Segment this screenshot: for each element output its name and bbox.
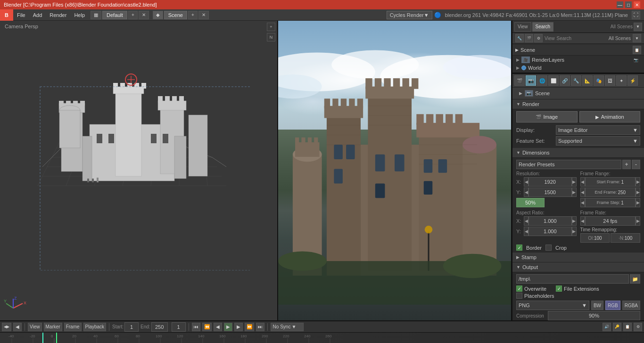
display-dropdown[interactable]: Image Editor ▼ (556, 125, 640, 135)
res-x-field[interactable]: ◀ 1920 ▶ (524, 177, 577, 187)
ol-field[interactable]: Ol: 100 (580, 233, 610, 243)
dimensions-section-header[interactable]: ▼ Dimensions (512, 148, 644, 158)
frame-step-field[interactable]: ◀ Frame Step: 1 ▶ (580, 198, 641, 207)
presets-remove[interactable]: - (632, 160, 640, 169)
step-left[interactable]: ◀ (580, 198, 585, 207)
placeholders-checkbox[interactable] (516, 293, 522, 299)
panel-icon-2[interactable]: 🎬 (525, 34, 533, 42)
aspect-x-right[interactable]: ▶ (572, 216, 577, 226)
prop-object-icon[interactable]: ⬜ (548, 75, 559, 86)
menu-file[interactable]: File (13, 9, 29, 20)
fps-value[interactable]: 24 fps (585, 216, 636, 226)
render-animation-button[interactable]: ▶ Animation (579, 111, 641, 122)
maximize-button[interactable]: □ (625, 1, 632, 8)
file-ext-checkbox[interactable]: ✓ (556, 286, 562, 292)
render-section-header[interactable]: ▼ Render (512, 99, 644, 109)
current-frame[interactable]: 1 (172, 322, 186, 332)
res-x-right[interactable]: ▶ (572, 177, 577, 187)
res-y-field[interactable]: ◀ 1500 ▶ (524, 188, 577, 197)
panel-tab-search[interactable]: Search (532, 22, 554, 32)
play-jump-end[interactable]: ⏭ (256, 323, 264, 331)
panel-icon-3[interactable]: ⚙ (534, 34, 543, 42)
scene-close[interactable]: ✕ (198, 11, 209, 19)
minimize-button[interactable]: — (617, 1, 623, 8)
tl-icon-2[interactable]: 🔑 (613, 323, 621, 331)
end-frame-field[interactable]: ◀ End Frame: 250 ▶ (580, 188, 641, 197)
feature-dropdown[interactable]: Supported ▼ (556, 136, 640, 146)
res-y-right[interactable]: ▶ (572, 188, 577, 197)
rgb-btn[interactable]: RGB (605, 301, 620, 310)
framerate-field[interactable]: ◀ 24 fps ▶ (580, 216, 641, 226)
tl-icon-4[interactable]: ⚙ (634, 323, 642, 331)
border-checkbox[interactable]: ✓ (516, 245, 522, 251)
workspace-close[interactable]: ✕ (139, 11, 149, 19)
start-frame-field[interactable]: ◀ Start Frame: 1 ▶ (580, 177, 641, 187)
prop-world-icon[interactable]: 🌐 (537, 75, 547, 86)
scene-add[interactable]: + (188, 11, 198, 19)
play-prev-frame[interactable]: ⏪ (202, 323, 212, 331)
bw-btn[interactable]: BW (591, 301, 603, 310)
play-button[interactable]: ▶ (224, 323, 232, 331)
tl-marker[interactable]: Marker (44, 323, 62, 331)
viewport-3d[interactable]: Camera Persp (0, 21, 278, 332)
res-y-left[interactable]: ◀ (524, 188, 528, 197)
panel-tab-view[interactable]: View (514, 22, 531, 32)
presets-add[interactable]: + (622, 160, 631, 169)
menu-help[interactable]: Help (70, 9, 89, 20)
play-next-frame[interactable]: ⏩ (245, 323, 254, 331)
menu-render[interactable]: Render (46, 9, 70, 20)
panel-icon-1[interactable]: 🔧 (515, 34, 524, 42)
output-browse-button[interactable]: 📁 (630, 274, 640, 284)
prop-modifier-icon[interactable]: 🔧 (571, 75, 581, 86)
prop-material-icon[interactable]: 🎭 (594, 75, 604, 86)
sync-dropdown[interactable]: No Sync▼ (271, 323, 304, 331)
end-left[interactable]: ◀ (580, 188, 585, 197)
res-x-left[interactable]: ◀ (524, 177, 528, 187)
timeline-playhead[interactable] (42, 333, 43, 343)
overwrite-checkbox[interactable]: ✓ (516, 286, 522, 292)
aspect-x-value[interactable]: 1.000 (528, 216, 572, 226)
prop-particle-icon[interactable]: ✦ (616, 75, 627, 86)
scene-tree-btn[interactable]: 📋 (633, 46, 641, 54)
scene-label[interactable]: Scene (164, 11, 187, 19)
res-x-value[interactable]: 1920 (528, 177, 572, 187)
start-value[interactable]: 1 (124, 322, 139, 332)
step-right[interactable]: ▶ (636, 198, 640, 207)
scenes-dropdown-btn[interactable]: ▼ (633, 34, 641, 42)
tree-item-renderlayers[interactable]: ▶ 🎥 RenderLayers 📷 (512, 56, 644, 64)
panel-scenes-dropdown[interactable]: ▼ (634, 23, 642, 31)
presets-dropdown[interactable]: Render Presets (516, 160, 621, 169)
prop-physics-icon[interactable]: ⚡ (627, 75, 638, 86)
prop-scene-icon[interactable]: 📷 (526, 75, 536, 86)
fullscreen-button[interactable]: ⛶ (632, 11, 640, 19)
aspect-y-left[interactable]: ◀ (524, 227, 528, 236)
tl-icon-3[interactable]: 📋 (623, 323, 632, 331)
crop-checkbox[interactable] (545, 245, 552, 251)
aspect-y-value[interactable]: 1.000 (528, 227, 572, 236)
fps-right[interactable]: ▶ (636, 216, 640, 226)
start-right[interactable]: ▶ (636, 177, 640, 187)
n-field[interactable]: ·N: 100 (611, 233, 640, 243)
aspect-y-right[interactable]: ▶ (572, 227, 577, 236)
rgba-btn[interactable]: RGBA (622, 301, 640, 310)
prop-data-icon[interactable]: 📐 (582, 75, 593, 86)
tl-view[interactable]: View (28, 323, 42, 331)
end-value[interactable]: 250 (151, 322, 168, 332)
output-section-header[interactable]: ▼ Output (512, 262, 644, 272)
output-path-field[interactable]: /tmp\ (516, 274, 629, 284)
close-button[interactable]: ✕ (634, 1, 640, 8)
play-jump-start[interactable]: ⏮ (192, 323, 200, 331)
menu-add[interactable]: Add (29, 9, 46, 20)
tl-frame[interactable]: Frame (64, 323, 82, 331)
tl-playback[interactable]: Playback (83, 323, 107, 331)
expand-btn[interactable]: + (267, 23, 275, 31)
stamp-section-header[interactable]: ▶ Stamp (512, 253, 644, 262)
start-left[interactable]: ◀ (580, 177, 585, 187)
prop-constraint-icon[interactable]: 🔗 (560, 75, 570, 86)
timeline-area[interactable]: -40 -20 0 20 40 60 80 100 120 140 (0, 333, 644, 343)
end-right[interactable]: ▶ (636, 188, 640, 197)
prop-texture-icon[interactable]: 🖼 (605, 75, 615, 86)
render-engine-dropdown[interactable]: Cycles Render ▼ (387, 11, 432, 19)
tl-icon-1[interactable]: 🔊 (603, 323, 611, 331)
workspace-add[interactable]: + (128, 11, 138, 19)
